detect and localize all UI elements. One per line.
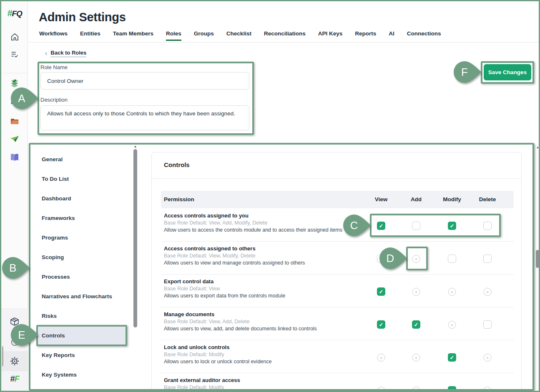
tabs-divider — [28, 42, 540, 42]
checkbox-delete[interactable] — [483, 320, 492, 329]
sidebar-item-processes[interactable]: Processes — [36, 267, 126, 287]
checkbox-modify[interactable]: × — [448, 321, 456, 329]
tab-ai[interactable]: AI — [389, 30, 394, 41]
save-changes-button[interactable]: Save Changes — [484, 64, 531, 80]
permission-description: Allow users to access the controls modul… — [164, 227, 342, 233]
checkbox-modify[interactable]: × — [448, 288, 456, 296]
checkbox-delete[interactable]: × — [484, 354, 492, 362]
f-logo[interactable]: #F — [1, 374, 28, 384]
permission-base-default: Base Role Default: Modify — [164, 385, 224, 390]
page-scrollbar[interactable]: ▲ — [535, 145, 540, 391]
sidebar-item-key-systems[interactable]: Key Systems — [36, 365, 126, 385]
workflow-icon[interactable] — [1, 98, 28, 107]
admin-settings-page: #FQ — [0, 0, 540, 392]
permission-description: Allows users to lock or unlock control e… — [164, 359, 271, 365]
permission-base-default: Base Role Default: View, Add, Modify, De… — [164, 220, 267, 226]
scroll-up-arrow-icon[interactable]: ▲ — [133, 145, 138, 148]
checkbox-modify[interactable]: ✓ — [448, 386, 456, 392]
tab-entities[interactable]: Entities — [80, 30, 100, 41]
permission-description: Allows users to view and manage controls… — [164, 260, 305, 266]
checkbox-modify[interactable]: ✓ — [448, 222, 456, 230]
tab-api-keys[interactable]: API Keys — [318, 30, 343, 41]
scroll-up-arrow-icon[interactable]: ▲ — [535, 145, 540, 149]
checkbox-modify[interactable] — [448, 255, 456, 263]
tab-roles[interactable]: Roles — [166, 30, 181, 41]
book-icon[interactable] — [1, 152, 28, 162]
checkbox-view[interactable]: × — [377, 387, 385, 392]
permission-name: Grant external auditor access — [164, 377, 240, 383]
checkbox-delete[interactable]: × — [484, 288, 492, 296]
description-field[interactable]: Allows full access only to those Control… — [40, 105, 249, 130]
checkbox-delete[interactable] — [483, 255, 492, 263]
logo-text: FQ — [12, 9, 22, 18]
logo-hash: # — [7, 8, 12, 18]
sidebar-item-narratives-and-flowcharts[interactable]: Narratives and Flowcharts — [36, 287, 126, 306]
settings-nav-scrollbar[interactable]: ▲ — [133, 145, 138, 390]
tab-workflows[interactable]: Workflows — [39, 30, 68, 41]
checkbox-add[interactable]: × — [412, 354, 420, 362]
back-to-roles-link[interactable]: ‹ Back to Roles — [45, 50, 86, 57]
perm-rows: Access controls assigned to youBase Role… — [152, 152, 521, 391]
sidebar-item-scoping[interactable]: Scoping — [36, 247, 126, 267]
sidebar-item-controls[interactable]: Controls — [36, 326, 126, 345]
tab-connections[interactable]: Connections — [407, 30, 441, 41]
checkbox-view[interactable]: ✓ — [377, 320, 385, 329]
fq-logo[interactable]: #FQ — [1, 8, 28, 19]
sidebar-item-programs[interactable]: Programs — [36, 228, 126, 247]
tab-reports[interactable]: Reports — [355, 30, 376, 41]
sidebar-item-frameworks[interactable]: Frameworks — [36, 208, 126, 228]
chevron-left-icon: ‹ — [45, 50, 47, 56]
home-icon[interactable] — [1, 32, 28, 42]
checkbox-add[interactable] — [412, 222, 420, 230]
todo-list-icon[interactable] — [1, 50, 28, 59]
svg-text:F: F — [461, 66, 468, 78]
tab-groups[interactable]: Groups — [194, 30, 214, 41]
checkbox-add[interactable]: × — [412, 288, 420, 296]
permission-description: Allows users to view, add, and delete do… — [164, 326, 317, 332]
tab-checklist[interactable]: Checklist — [226, 30, 251, 41]
sidebar-item-general[interactable]: General — [36, 150, 126, 169]
permission-base-default: Base Role Default: View — [164, 286, 220, 292]
permission-base-default: Base Role Default: View, Modify, Delete — [164, 253, 256, 259]
settings-nav: GeneralTo Do ListDashboardFrameworksProg… — [36, 150, 126, 385]
controls-panel: Controls Permission ViewAddModifyDelete … — [151, 152, 522, 392]
table-row: Access controls assigned to othersBase R… — [152, 241, 521, 274]
settings-gear-icon[interactable] — [1, 356, 28, 366]
checkbox-view[interactable]: ✓ — [377, 222, 385, 230]
checkbox-modify[interactable]: ✓ — [448, 353, 456, 362]
role-name-field[interactable] — [40, 72, 249, 90]
tab-reconciliations[interactable]: Reconciliations — [264, 30, 306, 41]
checkbox-view[interactable] — [377, 255, 385, 263]
back-link-label: Back to Roles — [50, 50, 86, 57]
sidebar-divider-top — [1, 73, 28, 73]
send-plane-icon[interactable] — [1, 134, 28, 144]
permission-base-default: Base Role Default: View, Add, Delete — [164, 319, 249, 325]
permission-description: Allows users to export data from the con… — [164, 293, 285, 299]
table-row: Manage documentsBase Role Default: View,… — [152, 307, 521, 340]
table-row: Grant external auditor accessBase Role D… — [152, 373, 521, 392]
documents-folder-icon[interactable] — [1, 116, 28, 126]
checkbox-add[interactable]: × — [412, 255, 420, 263]
table-row: Access controls assigned to youBase Role… — [152, 208, 521, 241]
tab-team-members[interactable]: Team Members — [113, 30, 153, 41]
permission-name: Access controls assigned to you — [164, 212, 249, 219]
sidebar-item-key-reports[interactable]: Key Reports — [36, 345, 126, 365]
logo-text: F — [14, 374, 19, 383]
sidebar-item-to-do-list[interactable]: To Do List — [36, 169, 126, 189]
settings-nav-scroll-thumb[interactable] — [133, 149, 137, 327]
sidebar-item-dashboard[interactable]: Dashboard — [36, 189, 126, 208]
checkbox-add[interactable]: ✓ — [412, 320, 420, 329]
sidebar-item-risks[interactable]: Risks — [36, 306, 126, 326]
app-sidebar: #FQ — [1, 1, 28, 391]
history-icon[interactable] — [1, 338, 28, 347]
checkbox-view[interactable]: × — [377, 354, 385, 362]
checkbox-delete[interactable]: × — [484, 387, 492, 392]
package-icon[interactable] — [1, 317, 28, 327]
permission-base-default: Base Role Default: Modify — [164, 352, 224, 357]
checkbox-view[interactable]: ✓ — [377, 287, 385, 296]
checkbox-add[interactable]: × — [412, 387, 420, 392]
page-scroll-thumb[interactable] — [536, 250, 539, 268]
checkbox-delete[interactable] — [483, 222, 492, 230]
frameworks-icon[interactable] — [1, 78, 28, 89]
page-title: Admin Settings — [39, 10, 126, 24]
